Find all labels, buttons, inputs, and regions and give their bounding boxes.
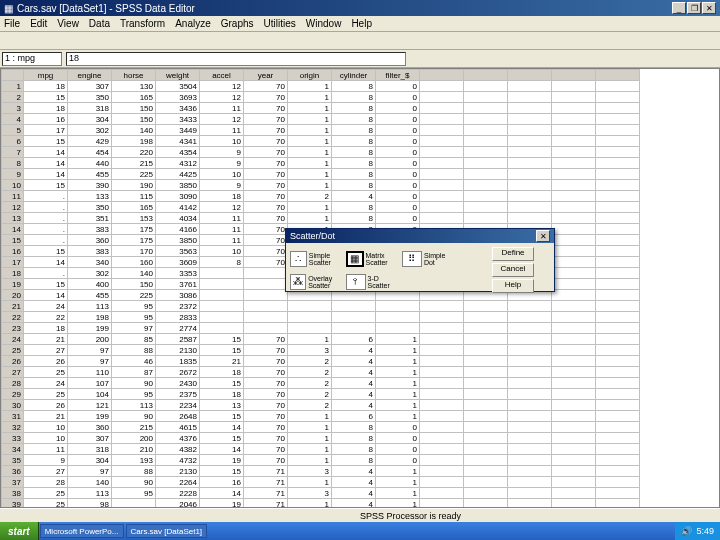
row-header[interactable]: 10 [2, 180, 24, 191]
data-cell[interactable] [420, 81, 464, 92]
column-header[interactable]: filter_$ [376, 70, 420, 81]
data-cell[interactable]: 8 [332, 125, 376, 136]
data-cell[interactable]: 1 [288, 158, 332, 169]
data-cell[interactable] [508, 202, 552, 213]
data-cell[interactable] [464, 147, 508, 158]
tray-icon[interactable]: 🔊 [681, 526, 692, 536]
data-cell[interactable]: 190 [112, 180, 156, 191]
data-cell[interactable] [552, 312, 596, 323]
data-cell[interactable] [552, 202, 596, 213]
column-header[interactable] [596, 70, 640, 81]
data-cell[interactable] [596, 103, 640, 114]
data-cell[interactable]: 0 [376, 103, 420, 114]
data-cell[interactable]: 302 [68, 268, 112, 279]
menu-help[interactable]: Help [351, 18, 372, 29]
close-button[interactable]: ✕ [702, 2, 716, 14]
data-cell[interactable]: 454 [68, 147, 112, 158]
data-cell[interactable]: 1 [288, 125, 332, 136]
data-cell[interactable] [596, 400, 640, 411]
data-cell[interactable]: 18 [24, 323, 68, 334]
data-cell[interactable]: 3436 [156, 103, 200, 114]
data-cell[interactable] [552, 334, 596, 345]
data-cell[interactable] [596, 312, 640, 323]
data-cell[interactable]: . [24, 268, 68, 279]
data-cell[interactable] [552, 378, 596, 389]
data-cell[interactable]: 3433 [156, 114, 200, 125]
data-cell[interactable]: 70 [244, 345, 288, 356]
data-cell[interactable]: 340 [68, 257, 112, 268]
data-cell[interactable]: 11 [200, 125, 244, 136]
data-cell[interactable] [508, 433, 552, 444]
data-cell[interactable]: 4 [332, 191, 376, 202]
data-cell[interactable]: 1 [376, 411, 420, 422]
data-cell[interactable] [552, 169, 596, 180]
data-cell[interactable]: 15 [200, 345, 244, 356]
data-cell[interactable] [552, 136, 596, 147]
data-cell[interactable]: 4732 [156, 455, 200, 466]
data-cell[interactable]: 0 [376, 180, 420, 191]
data-cell[interactable] [508, 334, 552, 345]
data-cell[interactable]: 0 [376, 191, 420, 202]
data-cell[interactable] [596, 455, 640, 466]
data-cell[interactable]: 2 [288, 367, 332, 378]
column-header[interactable]: weight [156, 70, 200, 81]
row-header[interactable]: 26 [2, 356, 24, 367]
data-cell[interactable] [596, 147, 640, 158]
column-header[interactable] [464, 70, 508, 81]
data-cell[interactable] [508, 455, 552, 466]
data-cell[interactable]: 70 [244, 92, 288, 103]
data-cell[interactable]: 351 [68, 213, 112, 224]
data-cell[interactable]: 1835 [156, 356, 200, 367]
data-cell[interactable] [464, 334, 508, 345]
data-cell[interactable]: 1 [288, 169, 332, 180]
data-cell[interactable] [508, 488, 552, 499]
data-cell[interactable] [508, 367, 552, 378]
data-cell[interactable]: 175 [112, 224, 156, 235]
data-cell[interactable] [552, 213, 596, 224]
data-cell[interactable]: 18 [24, 103, 68, 114]
data-cell[interactable]: 10 [24, 422, 68, 433]
data-cell[interactable] [508, 213, 552, 224]
data-cell[interactable] [464, 103, 508, 114]
row-header[interactable]: 15 [2, 235, 24, 246]
data-cell[interactable]: 1 [288, 202, 332, 213]
data-cell[interactable]: 71 [244, 488, 288, 499]
data-cell[interactable] [464, 356, 508, 367]
data-cell[interactable]: 350 [68, 92, 112, 103]
data-cell[interactable] [596, 257, 640, 268]
data-cell[interactable] [552, 411, 596, 422]
data-cell[interactable]: 15 [200, 433, 244, 444]
data-cell[interactable] [464, 169, 508, 180]
data-cell[interactable]: 4166 [156, 224, 200, 235]
data-cell[interactable]: 25 [24, 499, 68, 509]
toolbar-button[interactable] [40, 34, 56, 48]
data-cell[interactable] [244, 323, 288, 334]
row-header[interactable]: 39 [2, 499, 24, 509]
data-cell[interactable] [376, 301, 420, 312]
data-cell[interactable]: 71 [244, 477, 288, 488]
data-cell[interactable]: 2587 [156, 334, 200, 345]
data-cell[interactable]: 4034 [156, 213, 200, 224]
data-cell[interactable] [552, 279, 596, 290]
data-cell[interactable]: 4615 [156, 422, 200, 433]
data-cell[interactable] [420, 169, 464, 180]
data-cell[interactable] [596, 422, 640, 433]
data-cell[interactable]: 2833 [156, 312, 200, 323]
data-cell[interactable]: 2228 [156, 488, 200, 499]
data-cell[interactable] [288, 301, 332, 312]
menu-file[interactable]: File [4, 18, 20, 29]
data-cell[interactable]: 4341 [156, 136, 200, 147]
row-header[interactable]: 16 [2, 246, 24, 257]
data-cell[interactable]: 3850 [156, 235, 200, 246]
data-cell[interactable] [508, 158, 552, 169]
data-cell[interactable]: 4 [332, 367, 376, 378]
data-cell[interactable]: 455 [68, 290, 112, 301]
menu-view[interactable]: View [57, 18, 79, 29]
data-cell[interactable]: 3 [288, 488, 332, 499]
row-header[interactable]: 24 [2, 334, 24, 345]
data-cell[interactable] [596, 279, 640, 290]
data-cell[interactable]: 115 [112, 191, 156, 202]
data-cell[interactable]: 1 [376, 345, 420, 356]
data-cell[interactable]: 11 [200, 235, 244, 246]
data-cell[interactable] [596, 268, 640, 279]
